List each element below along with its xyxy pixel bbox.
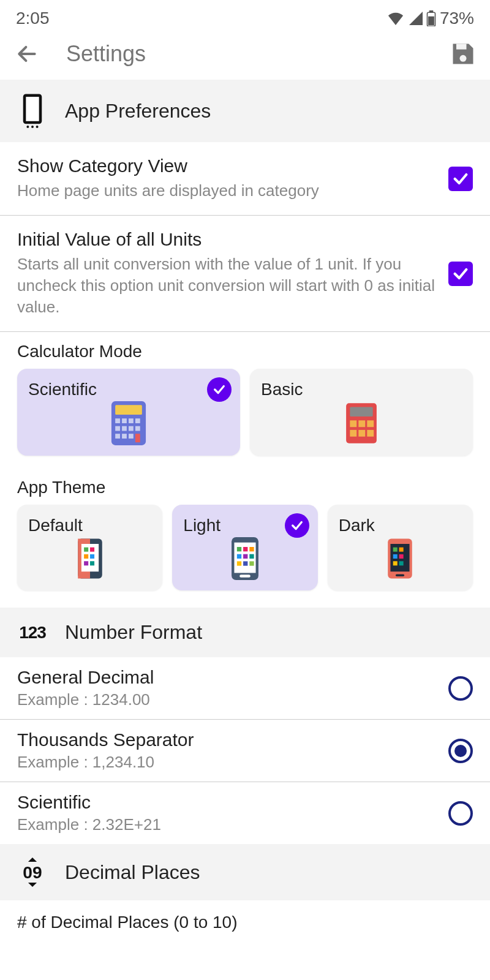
- decimal-places-icon: 09: [17, 858, 48, 887]
- option-scientific[interactable]: Scientific: [17, 369, 240, 456]
- svg-rect-27: [358, 421, 365, 428]
- svg-rect-19: [135, 426, 140, 431]
- section-header-decimal-places: 09 Decimal Places: [0, 844, 490, 900]
- svg-rect-15: [135, 419, 140, 424]
- check-icon: [452, 265, 469, 282]
- option-theme-dark[interactable]: Dark: [328, 505, 473, 590]
- card-title: Dark: [339, 516, 462, 535]
- svg-rect-16: [115, 426, 120, 431]
- svg-text:09: 09: [23, 862, 42, 882]
- label-calculator-mode: Calculator Mode: [0, 332, 490, 369]
- svg-rect-4: [456, 44, 467, 50]
- svg-rect-20: [115, 434, 120, 439]
- setting-initial-value[interactable]: Initial Value of all Units Starts all un…: [0, 216, 490, 332]
- wifi-icon: [387, 12, 404, 25]
- svg-rect-18: [129, 426, 134, 431]
- svg-rect-2: [428, 17, 434, 26]
- checkbox-show-category[interactable]: [448, 167, 473, 191]
- svg-rect-36: [90, 548, 94, 552]
- setting-title: Initial Value of all Units: [17, 229, 439, 250]
- svg-rect-35: [84, 548, 88, 552]
- section-title: Number Format: [65, 621, 202, 644]
- svg-rect-58: [393, 554, 398, 559]
- svg-rect-25: [350, 407, 372, 417]
- back-button[interactable]: [12, 39, 42, 69]
- svg-rect-57: [399, 548, 404, 552]
- svg-rect-55: [396, 575, 404, 577]
- svg-rect-50: [237, 562, 241, 566]
- svg-rect-31: [367, 430, 374, 437]
- svg-rect-26: [350, 421, 356, 428]
- svg-rect-38: [90, 554, 94, 559]
- svg-rect-22: [129, 434, 134, 439]
- svg-rect-59: [399, 554, 404, 559]
- svg-point-7: [26, 126, 29, 128]
- format-thousands-separator[interactable]: Thousands Separator Example : 1,234.10: [0, 720, 490, 782]
- svg-point-9: [36, 126, 39, 128]
- selected-badge: [285, 513, 309, 538]
- svg-rect-21: [122, 434, 127, 439]
- option-theme-default[interactable]: Default: [17, 505, 162, 590]
- svg-rect-6: [26, 97, 39, 121]
- setting-show-category-view[interactable]: Show Category View Home page units are d…: [0, 142, 490, 216]
- svg-rect-23: [135, 434, 140, 443]
- decimal-places-label: # of Decimal Places (0 to 10): [0, 900, 490, 932]
- app-theme-options: Default Light Dark: [0, 505, 490, 608]
- section-header-app-preferences: App Preferences: [0, 80, 490, 142]
- arrow-left-icon: [15, 42, 39, 66]
- svg-rect-39: [84, 562, 88, 566]
- checkbox-initial-value[interactable]: [448, 262, 473, 286]
- card-title: Scientific: [28, 380, 229, 399]
- check-icon: [213, 383, 226, 396]
- svg-rect-40: [90, 562, 94, 566]
- save-button[interactable]: [448, 39, 478, 69]
- svg-rect-48: [243, 554, 247, 559]
- format-general-decimal[interactable]: General Decimal Example : 1234.00: [0, 657, 490, 720]
- svg-rect-43: [239, 575, 251, 578]
- svg-rect-61: [399, 562, 404, 566]
- svg-rect-44: [237, 547, 241, 551]
- svg-rect-60: [393, 562, 398, 566]
- theme-light-icon: [183, 535, 306, 582]
- calculator-scientific-icon: [28, 399, 229, 447]
- section-header-number-format: 123 Number Format: [0, 608, 490, 657]
- format-title: General Decimal: [17, 667, 448, 688]
- svg-rect-37: [84, 554, 88, 559]
- format-desc: Example : 1,234.10: [17, 753, 448, 772]
- label-app-theme: App Theme: [0, 468, 490, 505]
- section-title: Decimal Places: [65, 861, 200, 884]
- battery-icon: [426, 10, 436, 26]
- radio-scientific[interactable]: [448, 801, 473, 826]
- radio-general-decimal[interactable]: [448, 676, 473, 701]
- battery-percent: 73%: [440, 9, 474, 28]
- svg-rect-28: [367, 421, 374, 428]
- svg-point-8: [31, 126, 34, 128]
- status-bar: 2:05 73%: [0, 0, 490, 33]
- card-title: Default: [28, 516, 151, 535]
- calculator-basic-icon: [261, 399, 462, 447]
- radio-thousands-separator[interactable]: [448, 739, 473, 763]
- svg-rect-47: [237, 554, 241, 559]
- svg-rect-49: [249, 554, 254, 559]
- svg-point-3: [460, 55, 467, 62]
- section-title: App Preferences: [65, 100, 211, 123]
- smartphone-icon: [21, 93, 44, 129]
- save-icon: [450, 40, 477, 67]
- svg-rect-14: [129, 419, 134, 424]
- svg-rect-51: [243, 562, 247, 566]
- number-format-icon: 123: [17, 623, 48, 643]
- setting-desc: Starts all unit conversion with the valu…: [17, 254, 439, 318]
- svg-rect-52: [249, 562, 254, 566]
- option-theme-light[interactable]: Light: [172, 505, 317, 590]
- svg-rect-56: [393, 548, 398, 552]
- svg-rect-12: [115, 419, 120, 424]
- svg-rect-29: [350, 430, 356, 437]
- format-title: Thousands Separator: [17, 729, 448, 750]
- status-icons: 73%: [387, 9, 474, 28]
- format-scientific[interactable]: Scientific Example : 2.32E+21: [0, 782, 490, 844]
- theme-default-icon: [28, 535, 151, 582]
- check-icon: [290, 519, 304, 532]
- option-basic[interactable]: Basic: [250, 369, 473, 456]
- page-title: Settings: [66, 41, 448, 67]
- format-title: Scientific: [17, 792, 448, 813]
